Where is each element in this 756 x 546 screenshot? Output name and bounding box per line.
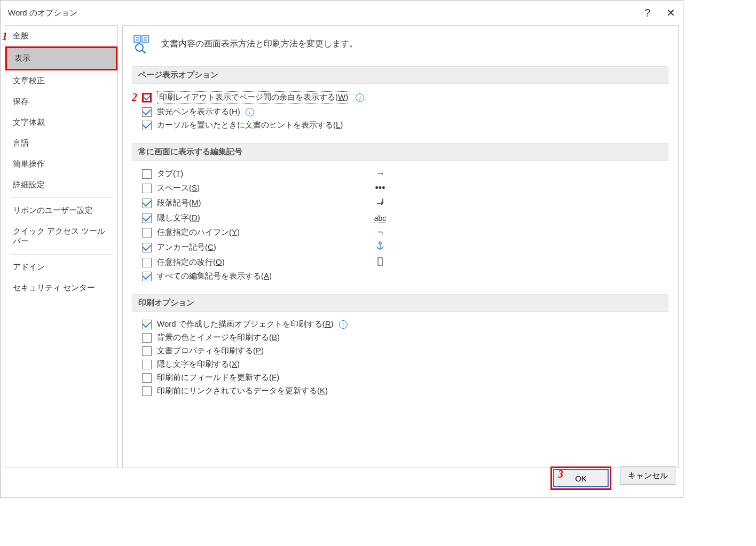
display-options-icon [132, 34, 152, 53]
option-tab-marks[interactable]: タブ(T) → [142, 168, 668, 179]
annotation-3: 3 [558, 468, 563, 480]
option-label: 隠し文字(D) [157, 213, 200, 223]
option-label: 隠し文字を印刷する(X) [157, 359, 240, 369]
option-print-properties[interactable]: 文書プロパティを印刷する(P) [142, 346, 668, 356]
checkbox-print-hidden-text[interactable] [142, 360, 152, 369]
sidebar-item-accessibility[interactable]: 簡単操作 [5, 154, 117, 175]
footer-buttons: OK キャンセル [550, 466, 675, 490]
checkbox-tab-marks[interactable] [142, 169, 152, 179]
option-label: すべての編集記号を表示する(A) [157, 271, 272, 281]
sidebar-item-display[interactable]: 表示 [5, 46, 117, 70]
svg-point-8 [379, 242, 381, 244]
sidebar-item-proofing[interactable]: 文章校正 [5, 70, 117, 91]
titlebar: Word のオプション ? ✕ [1, 1, 683, 25]
annotation-2: 2 [132, 91, 137, 104]
sidebar-item-general[interactable]: 全般 [5, 26, 117, 46]
option-hidden-text[interactable]: 隠し文字(D) abc [142, 212, 668, 224]
checkbox-paragraph-marks[interactable] [142, 199, 152, 208]
break-glyph-icon [369, 257, 391, 268]
section-page-display-header: ページ表示オプション [132, 66, 668, 84]
option-label: 背景の色とイメージを印刷する(B) [157, 333, 280, 343]
svg-point-6 [136, 44, 143, 51]
option-label: スペース(S) [157, 183, 200, 193]
dialog-body: 全般 表示 文章校正 保存 文字体裁 言語 簡単操作 詳細設定 リボンのユーザー… [1, 25, 683, 468]
checkbox-highlighter[interactable] [142, 107, 152, 117]
svg-rect-10 [378, 258, 382, 265]
options-dialog: Word のオプション ? ✕ 全般 表示 文章校正 保存 文字体裁 言語 簡単… [0, 0, 683, 498]
sidebar-item-advanced[interactable]: 詳細設定 [5, 175, 117, 195]
option-optional-break[interactable]: 任意指定の改行(O) [142, 257, 668, 268]
svg-line-7 [142, 50, 146, 53]
options-main: 文書内容の画面表示方法と印刷方法を変更します。 ページ表示オプション 印刷レイア… [122, 25, 679, 468]
abc-glyph-icon: abc [369, 212, 391, 224]
anchor-glyph-icon [369, 241, 391, 254]
option-label: 印刷前にリンクされているデータを更新する(K) [157, 386, 328, 396]
svg-rect-3 [142, 36, 148, 42]
title-controls: ? ✕ [644, 6, 675, 19]
sidebar: 全般 表示 文章校正 保存 文字体裁 言語 簡単操作 詳細設定 リボンのユーザー… [5, 25, 118, 468]
sidebar-separator [10, 197, 113, 198]
sidebar-item-save[interactable]: 保存 [5, 91, 117, 112]
dialog-title: Word のオプション [8, 8, 644, 18]
close-icon[interactable]: ✕ [666, 6, 675, 19]
option-label: 文書プロパティを印刷する(P) [157, 346, 264, 356]
checkbox-optional-hyphen[interactable] [142, 228, 152, 238]
option-print-hidden-text[interactable]: 隠し文字を印刷する(X) [142, 359, 668, 369]
checkbox-whitespace-between-pages[interactable] [142, 93, 152, 102]
option-label: 段落記号(M) [157, 198, 201, 208]
checkbox-hidden-text[interactable] [142, 213, 152, 223]
option-show-all-marks[interactable]: すべての編集記号を表示する(A) [142, 271, 668, 281]
option-space-marks[interactable]: スペース(S) ••• [142, 183, 668, 194]
info-icon[interactable]: i [356, 93, 364, 102]
dots-glyph-icon: ••• [369, 183, 391, 194]
sidebar-item-quickaccess[interactable]: クイック アクセス ツール バー [5, 221, 117, 252]
checkbox-update-linked-data[interactable] [142, 386, 152, 396]
checkbox-doc-tooltips[interactable] [142, 121, 152, 130]
checkbox-optional-break[interactable] [142, 258, 152, 267]
info-icon[interactable]: i [246, 108, 254, 116]
sidebar-item-security[interactable]: セキュリティ センター [5, 278, 117, 298]
option-print-background[interactable]: 背景の色とイメージを印刷する(B) [142, 333, 668, 343]
checkbox-print-background[interactable] [142, 333, 152, 343]
checkbox-show-all-marks[interactable] [142, 272, 152, 281]
option-highlighter[interactable]: 蛍光ペンを表示する(H) i [142, 107, 668, 117]
hyphen-glyph-icon: ¬ [369, 227, 391, 238]
option-anchor-marks[interactable]: アンカー記号(C) [142, 241, 668, 254]
info-icon[interactable]: i [339, 320, 348, 329]
option-label: 任意指定の改行(O) [157, 257, 225, 267]
paragraph-glyph-icon [369, 197, 391, 209]
sidebar-item-typography[interactable]: 文字体裁 [5, 112, 117, 133]
tab-glyph-icon: → [369, 168, 391, 179]
option-paragraph-marks[interactable]: 段落記号(M) [142, 197, 668, 209]
checkbox-print-properties[interactable] [142, 346, 152, 356]
option-label: 印刷レイアウト表示でページ間の余白を表示する(W) [157, 91, 350, 104]
header-text: 文書内容の画面表示方法と印刷方法を変更します。 [161, 38, 358, 50]
sidebar-separator [10, 254, 113, 255]
option-whitespace-between-pages[interactable]: 印刷レイアウト表示でページ間の余白を表示する(W) i [142, 91, 668, 104]
section-print-header: 印刷オプション [132, 294, 668, 312]
option-update-fields[interactable]: 印刷前にフィールドを更新する(F) [142, 373, 668, 383]
checkbox-space-marks[interactable] [142, 184, 152, 193]
annotation-1: 1 [2, 30, 7, 43]
option-label: 蛍光ペンを表示する(H) [157, 107, 240, 117]
option-label: 任意指定のハイフン(Y) [157, 227, 240, 238]
sidebar-item-language[interactable]: 言語 [5, 133, 117, 154]
sidebar-item-ribbon[interactable]: リボンのユーザー設定 [5, 200, 117, 221]
option-print-drawings[interactable]: Word で作成した描画オブジェクトを印刷する(R) i [142, 319, 668, 329]
header-row: 文書内容の画面表示方法と印刷方法を変更します。 [132, 34, 668, 53]
checkbox-anchor-marks[interactable] [142, 243, 152, 252]
checkbox-print-drawings[interactable] [142, 320, 152, 329]
option-label: 印刷前にフィールドを更新する(F) [157, 373, 279, 383]
checkbox-update-fields[interactable] [142, 373, 152, 383]
svg-rect-0 [134, 36, 140, 42]
option-label: タブ(T) [157, 169, 183, 179]
option-label: カーソルを置いたときに文書のヒントを表示する(L) [157, 120, 343, 130]
option-doc-tooltips[interactable]: カーソルを置いたときに文書のヒントを表示する(L) [142, 120, 668, 130]
option-optional-hyphen[interactable]: 任意指定のハイフン(Y) ¬ [142, 227, 668, 238]
sidebar-item-addins[interactable]: アドイン [5, 257, 117, 278]
cancel-button[interactable]: キャンセル [620, 466, 675, 485]
option-update-linked-data[interactable]: 印刷前にリンクされているデータを更新する(K) [142, 386, 668, 396]
help-icon[interactable]: ? [644, 7, 650, 19]
option-label: Word で作成した描画オブジェクトを印刷する(R) [157, 319, 334, 329]
section-formatting-marks-header: 常に画面に表示する編集記号 [132, 143, 668, 161]
